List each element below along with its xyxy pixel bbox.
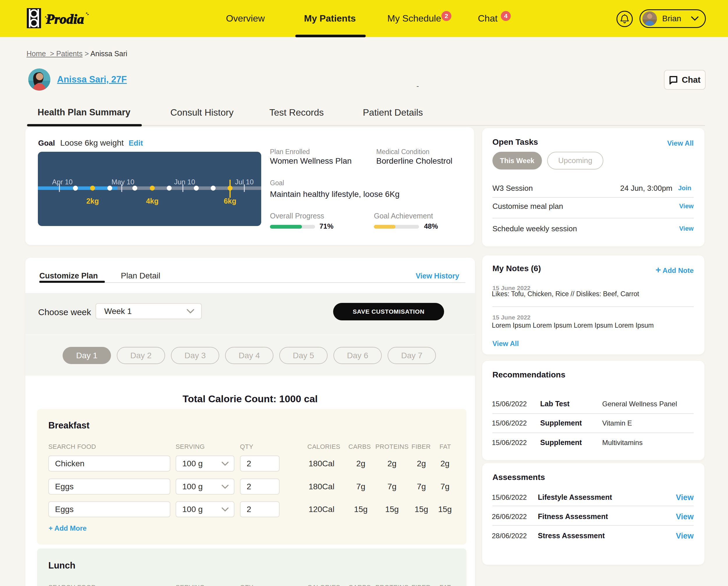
- svg-text:Prodia: Prodia: [46, 11, 84, 26]
